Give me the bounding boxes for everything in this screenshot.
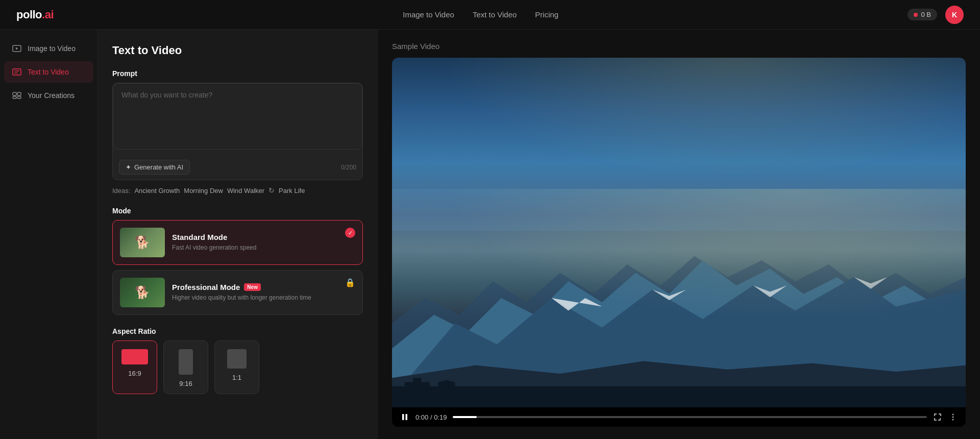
aspect-preview-16-9 — [121, 349, 148, 364]
char-count: 0/200 — [341, 164, 356, 171]
sidebar-label-image-to-video: Image to Video — [28, 44, 76, 53]
logo: pollo.ai — [16, 8, 54, 21]
aspect-card-9-16[interactable]: 9:16 — [163, 340, 208, 394]
panel-title: Text to Video — [112, 44, 363, 57]
aspect-ratio-label: Aspect Ratio — [112, 327, 363, 335]
sidebar-label-text-to-video: Text to Video — [28, 68, 69, 76]
idea-chip-1[interactable]: Morning Dew — [184, 187, 223, 194]
text-to-video-icon — [12, 67, 21, 77]
aspect-label-1-1: 1:1 — [232, 374, 241, 381]
video-scene — [392, 58, 966, 407]
idea-chip-3[interactable]: Park Life — [279, 187, 305, 194]
mode-thumb-standard-visual: 🐕 — [120, 228, 165, 257]
sidebar: Image to Video Text to Video Your Crea — [0, 30, 98, 439]
ideas-label: Ideas: — [112, 187, 130, 194]
your-creations-icon — [12, 91, 21, 100]
nav-text-to-video[interactable]: Text to Video — [473, 10, 517, 19]
aspect-ratio-section: Aspect Ratio 16:9 9:16 — [112, 327, 363, 394]
mode-label: Mode — [112, 207, 363, 215]
mode-name-standard: Standard Mode — [172, 233, 227, 241]
mode-selected-icon: ✓ — [345, 228, 355, 238]
prompt-label: Prompt — [112, 69, 363, 78]
sidebar-item-your-creations[interactable]: Your Creations — [4, 85, 93, 106]
sky-rays — [392, 58, 966, 198]
mode-thumb-professional-visual: 🐕 — [120, 278, 165, 307]
svg-point-11 — [952, 417, 954, 418]
progress-bar[interactable] — [453, 416, 927, 418]
credits-badge: 0 B — [908, 9, 937, 20]
mode-info-standard: Standard Mode Fast AI video generation s… — [172, 233, 355, 252]
svg-point-10 — [952, 414, 954, 416]
svg-rect-1 — [13, 69, 21, 75]
sidebar-item-image-to-video[interactable]: Image to Video — [4, 38, 93, 59]
aspect-card-1-1[interactable]: 1:1 — [214, 340, 259, 394]
wand-icon: ✦ — [126, 163, 131, 171]
nav-image-to-video[interactable]: Image to Video — [403, 10, 454, 19]
aspect-grid: 16:9 9:16 1:1 — [112, 340, 363, 394]
header-right: 0 B K — [908, 6, 964, 24]
more-options-button[interactable] — [948, 412, 958, 422]
mode-badge-new: New — [244, 283, 261, 291]
mode-desc-professional: Higher video quality but with longer gen… — [172, 294, 355, 302]
prompt-input[interactable] — [113, 83, 362, 150]
aspect-16-9-shape — [121, 349, 148, 364]
ideas-row: Ideas: Ancient Growth Morning Dew Wind W… — [112, 186, 363, 194]
mode-title-row-standard: Standard Mode — [172, 233, 355, 241]
mode-card-professional[interactable]: 🐕 Professional Mode New Higher video qua… — [112, 270, 363, 315]
mode-info-professional: Professional Mode New Higher video quali… — [172, 283, 355, 302]
main-layout: Image to Video Text to Video Your Crea — [0, 30, 980, 439]
sidebar-label-your-creations: Your Creations — [28, 91, 75, 100]
svg-rect-7 — [392, 189, 966, 231]
idea-chip-0[interactable]: Ancient Growth — [134, 187, 180, 194]
mode-thumb-professional: 🐕 — [120, 278, 165, 307]
header-nav: Image to Video Text to Video Pricing — [403, 10, 558, 19]
mountain-svg — [392, 189, 966, 407]
lock-icon: 🔒 — [345, 278, 355, 287]
progress-fill — [453, 416, 476, 418]
prompt-section: Prompt ✦ Generate with AI 0/200 Ideas: A… — [112, 69, 363, 194]
idea-chip-2[interactable]: Wind Walker — [227, 187, 264, 194]
generate-ai-label: Generate with AI — [134, 163, 183, 171]
generate-ai-button[interactable]: ✦ Generate with AI — [119, 160, 190, 175]
video-controls: 0:00 / 0:19 — [392, 407, 966, 427]
svg-rect-3 — [17, 92, 21, 95]
mode-name-professional: Professional Mode — [172, 283, 240, 291]
pause-button[interactable] — [400, 412, 409, 422]
aspect-card-16-9[interactable]: 16:9 — [112, 340, 157, 394]
mode-section: Mode 🐕 Standard Mode Fast AI video gener… — [112, 207, 363, 315]
avatar[interactable]: K — [945, 6, 964, 24]
image-to-video-icon — [12, 44, 21, 53]
refresh-icon[interactable]: ↻ — [268, 186, 275, 194]
video-container: 0:00 / 0:19 — [392, 58, 966, 427]
time-display: 0:00 / 0:19 — [415, 413, 447, 421]
mode-card-standard[interactable]: 🐕 Standard Mode Fast AI video generation… — [112, 220, 363, 265]
svg-rect-9 — [406, 414, 408, 420]
credits-dot — [914, 13, 918, 17]
aspect-preview-1-1 — [227, 349, 247, 369]
fullscreen-button[interactable] — [933, 412, 942, 422]
svg-rect-2 — [13, 92, 16, 95]
mode-title-row-professional: Professional Mode New — [172, 283, 355, 291]
aspect-preview-9-16 — [179, 349, 193, 375]
mode-thumb-standard: 🐕 — [120, 228, 165, 257]
mode-desc-standard: Fast AI video generation speed — [172, 243, 355, 252]
video-actions — [933, 412, 958, 422]
aspect-label-9-16: 9:16 — [179, 380, 192, 387]
sidebar-item-text-to-video[interactable]: Text to Video — [4, 61, 93, 83]
aspect-1-1-shape — [227, 349, 247, 369]
svg-point-12 — [952, 419, 954, 421]
content-panel: Text to Video Prompt ✦ Generate with AI … — [98, 30, 378, 439]
video-panel: Sample Video — [378, 30, 980, 439]
video-panel-title: Sample Video — [392, 42, 966, 51]
credits-value: 0 B — [921, 11, 931, 18]
header: pollo.ai Image to Video Text to Video Pr… — [0, 0, 980, 30]
svg-rect-5 — [17, 96, 21, 99]
svg-rect-8 — [402, 414, 404, 420]
nav-pricing[interactable]: Pricing — [535, 10, 558, 19]
svg-rect-4 — [13, 96, 16, 99]
aspect-9-16-shape — [179, 349, 193, 375]
aspect-label-16-9: 16:9 — [128, 370, 141, 377]
